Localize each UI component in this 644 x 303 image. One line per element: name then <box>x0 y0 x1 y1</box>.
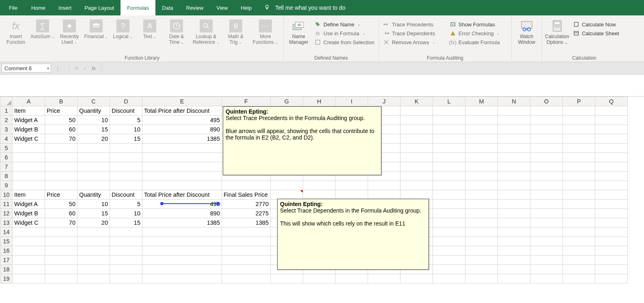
cell[interactable] <box>595 237 628 246</box>
tab-data[interactable]: Data <box>155 0 179 15</box>
cell[interactable] <box>498 209 530 218</box>
row-header[interactable]: 13 <box>0 218 13 228</box>
cell[interactable]: Discount <box>110 190 142 200</box>
row-header[interactable]: 11 <box>0 200 13 209</box>
autosum-button[interactable]: ∑ AutoSum <box>30 19 55 40</box>
cell[interactable] <box>465 209 498 218</box>
cell[interactable] <box>595 218 628 228</box>
cell[interactable] <box>401 116 433 125</box>
cell[interactable] <box>45 237 78 246</box>
cell[interactable] <box>465 144 498 153</box>
cell[interactable]: Price <box>45 106 78 116</box>
cell[interactable] <box>45 181 78 190</box>
cell[interactable] <box>433 181 465 190</box>
tab-help[interactable]: Help <box>234 0 258 15</box>
column-header[interactable]: N <box>498 97 530 106</box>
row-header[interactable]: 3 <box>0 125 13 134</box>
name-box[interactable]: Comment 6 ▾ <box>2 64 51 73</box>
cell[interactable] <box>433 172 465 181</box>
cell[interactable] <box>595 228 628 237</box>
column-header[interactable]: H <box>303 97 336 106</box>
cell[interactable] <box>465 256 498 265</box>
cell[interactable] <box>401 106 433 116</box>
cell[interactable] <box>222 246 271 256</box>
cell[interactable] <box>563 200 595 209</box>
cell[interactable] <box>530 265 563 274</box>
cell[interactable]: Widget A <box>13 200 45 209</box>
cell[interactable] <box>13 172 45 181</box>
row-header[interactable]: 7 <box>0 162 13 172</box>
cell[interactable] <box>563 237 595 246</box>
cell[interactable] <box>595 125 628 134</box>
cell[interactable] <box>78 228 110 237</box>
cell[interactable] <box>142 274 222 284</box>
cell[interactable] <box>530 228 563 237</box>
cell[interactable] <box>563 274 595 284</box>
cell[interactable] <box>465 172 498 181</box>
cell[interactable] <box>110 181 142 190</box>
cell[interactable] <box>498 162 530 172</box>
column-header[interactable]: J <box>368 97 401 106</box>
trace-precedents-button[interactable]: Trace Precedents <box>381 20 446 28</box>
cell[interactable] <box>498 172 530 181</box>
cell[interactable] <box>595 274 628 284</box>
cell[interactable]: 50 <box>45 116 78 125</box>
cell[interactable] <box>45 228 78 237</box>
cell[interactable] <box>563 162 595 172</box>
cell[interactable] <box>45 162 78 172</box>
cell[interactable] <box>142 172 222 181</box>
cell[interactable] <box>530 144 563 153</box>
row-header[interactable]: 8 <box>0 172 13 181</box>
cell[interactable] <box>595 265 628 274</box>
row-header[interactable]: 6 <box>0 153 13 162</box>
row-header[interactable]: 1 <box>0 106 13 116</box>
cell[interactable]: 60 <box>45 209 78 218</box>
cell[interactable]: 2275 <box>222 209 271 218</box>
cell[interactable] <box>498 125 530 134</box>
column-header[interactable]: P <box>563 97 595 106</box>
cell[interactable] <box>78 246 110 256</box>
cell[interactable] <box>368 181 401 190</box>
cell[interactable] <box>595 144 628 153</box>
formula-bar[interactable] <box>101 64 642 73</box>
cell[interactable] <box>222 256 271 265</box>
cell[interactable]: 70 <box>45 134 78 144</box>
cell[interactable] <box>465 125 498 134</box>
cell[interactable] <box>563 106 595 116</box>
cell[interactable] <box>45 265 78 274</box>
cell[interactable]: Widget A <box>13 116 45 125</box>
column-header[interactable]: D <box>110 97 142 106</box>
cell[interactable] <box>465 274 498 284</box>
cell[interactable] <box>401 181 433 190</box>
cell[interactable] <box>45 172 78 181</box>
cell[interactable] <box>78 153 110 162</box>
cell[interactable] <box>110 274 142 284</box>
cell[interactable] <box>433 125 465 134</box>
comment-box-2[interactable]: Quinten Epting: Select Trace Dependents … <box>277 199 429 270</box>
column-header[interactable]: K <box>401 97 433 106</box>
use-in-formula-button[interactable]: fx Use in Formula ⌄ <box>313 29 376 37</box>
calculate-now-button[interactable]: Calculate Now <box>571 20 624 28</box>
row-header[interactable]: 17 <box>0 256 13 265</box>
cell[interactable] <box>78 144 110 153</box>
column-header[interactable]: C <box>78 97 110 106</box>
cell[interactable] <box>563 172 595 181</box>
cell[interactable] <box>13 162 45 172</box>
row-header[interactable]: 4 <box>0 134 13 144</box>
cell[interactable] <box>45 246 78 256</box>
cell[interactable]: 15 <box>78 209 110 218</box>
cell[interactable] <box>433 218 465 228</box>
cell[interactable]: 20 <box>78 134 110 144</box>
cell[interactable] <box>498 274 530 284</box>
remove-arrows-button[interactable]: Remove Arrows ⌄ <box>381 38 446 46</box>
cell[interactable] <box>110 162 142 172</box>
cell[interactable]: 5 <box>110 116 142 125</box>
cell[interactable]: Quantity <box>78 106 110 116</box>
cell[interactable] <box>563 181 595 190</box>
cell[interactable] <box>465 181 498 190</box>
cell[interactable] <box>530 172 563 181</box>
cell[interactable] <box>13 246 45 256</box>
cell[interactable]: 10 <box>78 116 110 125</box>
cell[interactable] <box>78 162 110 172</box>
cell[interactable] <box>142 237 222 246</box>
